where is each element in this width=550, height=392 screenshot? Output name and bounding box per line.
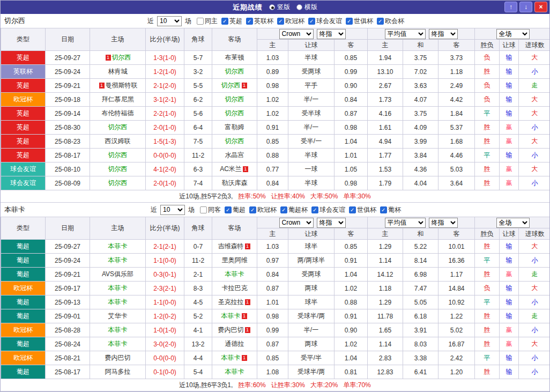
- euro-source-select[interactable]: 平均值: [385, 218, 426, 228]
- team-name: 本菲卡: [108, 340, 128, 347]
- euro-odds-header: 平均值终指: [368, 217, 475, 228]
- bookmaker-select[interactable]: Crown: [279, 218, 314, 228]
- league-badge: 英超: [1, 51, 46, 65]
- result-goals: 小: [519, 295, 550, 309]
- league-filter-checkbox[interactable]: 英超: [221, 17, 242, 26]
- euro-away-odds: 1.84: [438, 107, 475, 121]
- recent-count-select[interactable]: 10: [157, 16, 182, 26]
- euro-stage-select[interactable]: 终指: [429, 218, 458, 228]
- scroll-down-button[interactable]: ↓: [519, 2, 532, 12]
- corner-cell: 7-5: [184, 135, 212, 149]
- league-filter-checkbox[interactable]: 球会友谊: [311, 205, 345, 215]
- league-filter-checkbox[interactable]: 球会友谊: [308, 17, 342, 26]
- score-cell: 0-1(0-0): [146, 365, 184, 379]
- result-goals: 小: [519, 121, 550, 135]
- result-goals: 小: [519, 176, 550, 190]
- checkbox-checked-icon[interactable]: [249, 206, 256, 213]
- ah-stage-select[interactable]: 终指: [317, 218, 346, 228]
- red-card-badge: 1: [106, 55, 111, 61]
- column-header: 日期: [46, 217, 90, 240]
- checkbox-checked-icon[interactable]: [377, 18, 384, 25]
- checkbox-checked-icon[interactable]: [221, 18, 228, 25]
- checkbox-checked-icon[interactable]: [308, 18, 315, 25]
- corner-cell: 13-2: [184, 337, 212, 351]
- league-filter-checkbox[interactable]: 葡杯: [380, 205, 401, 215]
- result-goals: 大: [519, 240, 550, 254]
- checkbox-unchecked-icon[interactable]: [197, 18, 204, 25]
- match-date: 25-08-30: [46, 121, 90, 135]
- layout-radio-horizontal[interactable]: 横版: [296, 3, 317, 12]
- checkbox-checked-icon[interactable]: [346, 18, 353, 25]
- column-header: 角球: [184, 217, 212, 240]
- result-scope-header: 全场: [475, 217, 550, 228]
- match-date: 25-09-13: [46, 295, 90, 309]
- bookmaker-select[interactable]: Crown: [279, 29, 314, 39]
- league-filter-checkbox[interactable]: 世俱杯: [349, 205, 376, 215]
- euro-home-odds: 4.94: [368, 135, 403, 149]
- away-team-cell: 本菲卡: [212, 268, 257, 282]
- result-goals: 小: [519, 365, 550, 379]
- away-team-cell: 通德拉: [212, 337, 257, 351]
- ah-away-odds: 0.91: [335, 309, 368, 323]
- ah-away-odds: 0.90: [335, 323, 368, 337]
- checkbox-checked-icon[interactable]: [349, 206, 356, 213]
- checkbox-checked-icon[interactable]: [246, 18, 253, 25]
- league-filter-checkbox[interactable]: 欧冠杯: [277, 17, 304, 26]
- ah-away-odds: 0.90: [335, 79, 368, 93]
- close-button[interactable]: ×: [534, 2, 547, 12]
- match-date: 25-08-28: [46, 323, 90, 337]
- corner-cell: 5-4: [184, 365, 212, 379]
- match-date: 25-09-18: [46, 93, 90, 107]
- match-row: 葡超25-08-17阿马多拉0-1(0-0)5-4本菲卡1.08受球半/两0.8…: [1, 365, 550, 379]
- checkbox-checked-icon[interactable]: [311, 206, 318, 213]
- euro-draw-odds: 7.02: [403, 65, 438, 79]
- match-row: 欧冠杯25-08-28本菲卡1-0(1-0)4-1费内巴切10.99半/一0.9…: [1, 323, 550, 337]
- scope-select[interactable]: 全场: [496, 218, 530, 228]
- away-team-cell: 卡拉巴克: [212, 282, 257, 295]
- league-badge: 葡超: [1, 254, 46, 268]
- league-filter-checkbox[interactable]: 同主: [197, 17, 218, 26]
- result-handicap: 输: [500, 65, 519, 79]
- checkbox-checked-icon[interactable]: [277, 18, 284, 25]
- home-team-cell: AVS俱乐部: [90, 268, 146, 282]
- checkbox-checked-icon[interactable]: [225, 206, 232, 213]
- euro-home-odds: 1.14: [368, 254, 403, 268]
- scroll-up-button[interactable]: ↑: [504, 2, 517, 12]
- checkbox-checked-icon[interactable]: [380, 206, 387, 213]
- league-filter-checkbox[interactable]: 世俱杯: [346, 17, 373, 26]
- summary-row: 近10场,胜6平3负1,胜率:60%让胜率:30%大率:20%单率:70%: [1, 379, 549, 391]
- ah-line: 两球: [288, 282, 335, 295]
- league-filter-checkbox[interactable]: 同客: [200, 205, 221, 215]
- red-card-badge: 1: [242, 313, 247, 319]
- league-filter-checkbox[interactable]: 欧会杯: [377, 17, 404, 26]
- euro-stage-select[interactable]: 终指: [429, 29, 458, 39]
- league-badge: 欧冠杯: [1, 93, 46, 107]
- scope-select[interactable]: 全场: [496, 29, 530, 39]
- checkbox-unchecked-icon[interactable]: [200, 206, 207, 213]
- result-wdl: 胜: [475, 121, 500, 135]
- ah-home-odds: 0.77: [257, 162, 288, 176]
- corner-cell: 3-2: [184, 65, 212, 79]
- titlebar: 近期战绩 竖版 横版 ↑ ↓ ×: [1, 1, 549, 14]
- column-header: 主: [368, 40, 403, 51]
- ah-stage-select[interactable]: 终指: [317, 29, 346, 39]
- corner-cell: 11-2: [184, 149, 212, 162]
- ah-home-odds: 1.02: [257, 93, 288, 107]
- result-handicap: 输: [500, 295, 519, 309]
- euro-away-odds: 1.18: [438, 65, 475, 79]
- league-filter-checkbox[interactable]: 英联杯: [246, 17, 273, 26]
- euro-odds-header: 平均值终指: [368, 28, 475, 40]
- league-filter-checkbox[interactable]: 葡超: [225, 205, 246, 215]
- checkbox-checked-icon[interactable]: [280, 206, 287, 213]
- match-row: 英超25-09-271切尔西1-3(1-0)5-7布莱顿1.03半球0.851.…: [1, 51, 550, 65]
- team-section: 本菲卡近10场同客葡超欧冠杯葡超杯球会友谊世俱杯葡杯类型日期主场比分(半场)角球…: [1, 203, 549, 391]
- layout-radio-vertical[interactable]: 竖版: [269, 3, 290, 12]
- recent-count-select[interactable]: 10: [160, 205, 185, 215]
- away-team-cell: 吉维森特1: [212, 240, 257, 254]
- result-handicap: 赢: [500, 121, 519, 135]
- league-filter-checkbox[interactable]: 葡超杯: [280, 205, 308, 215]
- league-filter-checkbox[interactable]: 欧冠杯: [249, 205, 277, 215]
- euro-source-select[interactable]: 平均值: [385, 29, 426, 39]
- euro-draw-odds: 8.14: [403, 254, 438, 268]
- team-name: 本菲卡: [221, 312, 241, 320]
